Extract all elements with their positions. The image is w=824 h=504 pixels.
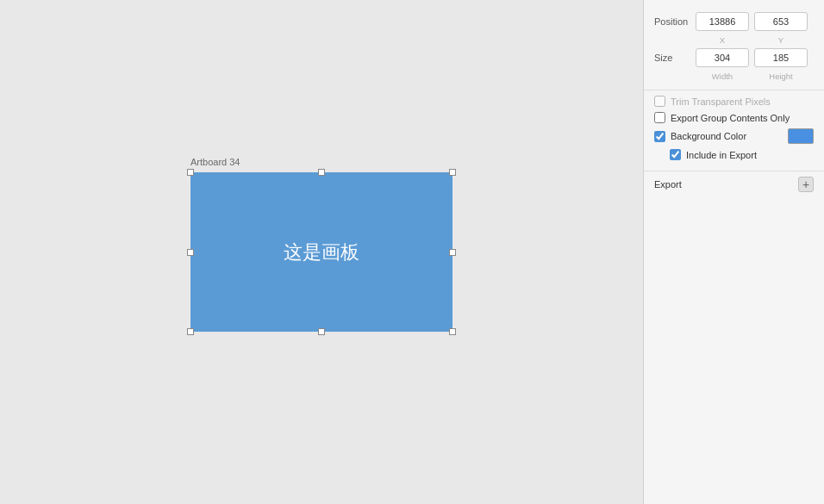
size-label: Size xyxy=(654,53,690,63)
background-color-label: Background Color xyxy=(671,131,783,141)
include-export-row: Include in Export xyxy=(670,149,814,160)
artboard-label: Artboard 34 xyxy=(190,157,240,167)
trim-transparent-checkbox[interactable] xyxy=(654,96,665,107)
artboard[interactable]: 这是画板 xyxy=(190,172,453,332)
export-group-row: Export Group Contents Only xyxy=(654,112,814,123)
handle-mid-right[interactable] xyxy=(449,249,456,256)
position-section: Position X Y Size Width Height xyxy=(644,7,824,90)
background-color-swatch[interactable] xyxy=(788,128,814,144)
width-input[interactable] xyxy=(696,48,749,67)
height-label: Height xyxy=(754,72,808,81)
handle-top-center[interactable] xyxy=(318,169,325,176)
right-panel: Position X Y Size Width Height Trim Tran… xyxy=(643,0,824,504)
position-label: Position xyxy=(654,16,690,27)
export-label: Export xyxy=(654,179,682,190)
handle-bottom-right[interactable] xyxy=(449,328,456,335)
trim-transparent-label: Trim Transparent Pixels xyxy=(671,96,771,107)
handle-top-left[interactable] xyxy=(187,169,194,176)
position-row: Position xyxy=(654,12,814,31)
handle-bottom-left[interactable] xyxy=(187,328,194,335)
include-export-label: Include in Export xyxy=(686,150,757,160)
background-color-checkbox[interactable] xyxy=(654,131,665,142)
options-section: Trim Transparent Pixels Export Group Con… xyxy=(644,90,824,171)
artboard-text: 这是画板 xyxy=(284,240,359,265)
plus-icon: + xyxy=(802,178,809,190)
size-sublabels: Width Height xyxy=(696,72,814,81)
height-input[interactable] xyxy=(754,48,808,67)
export-group-checkbox[interactable] xyxy=(654,112,665,123)
export-group-label: Export Group Contents Only xyxy=(671,113,790,123)
export-section: Export + xyxy=(644,171,824,197)
handle-bottom-center[interactable] xyxy=(318,328,325,335)
handle-mid-left[interactable] xyxy=(187,249,194,256)
artboard-container: Artboard 34 这是画板 xyxy=(190,172,453,332)
handle-top-right[interactable] xyxy=(449,169,456,176)
add-export-button[interactable]: + xyxy=(798,177,814,192)
y-input[interactable] xyxy=(754,12,808,31)
x-input[interactable] xyxy=(696,12,749,31)
width-label: Width xyxy=(696,72,749,81)
position-sublabels: X Y xyxy=(696,35,814,45)
size-row: Size xyxy=(654,48,814,67)
include-export-checkbox[interactable] xyxy=(670,149,681,160)
x-label: X xyxy=(696,35,749,45)
y-label: Y xyxy=(754,35,808,45)
trim-transparent-row: Trim Transparent Pixels xyxy=(654,96,814,107)
canvas-area: Artboard 34 这是画板 xyxy=(0,0,643,504)
background-color-row: Background Color xyxy=(654,128,814,144)
